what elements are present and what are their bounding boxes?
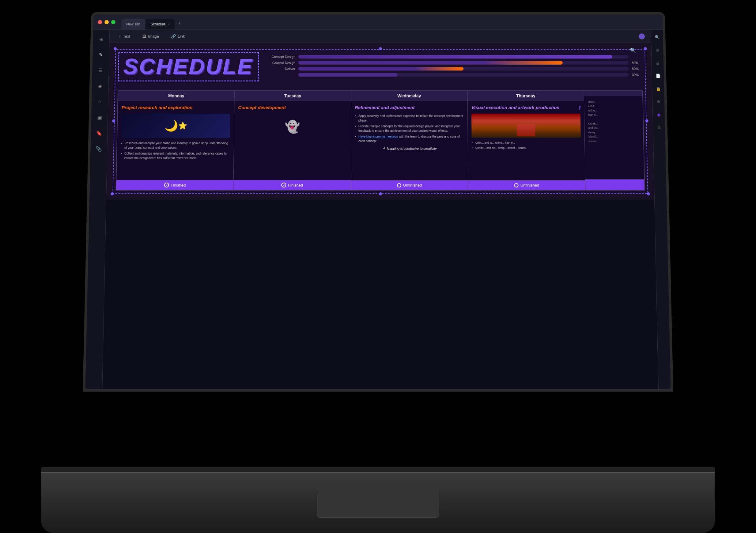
wednesday-quote: ✦Napping is conducive to creativity — [355, 146, 464, 150]
thursday-bullets: Utilin... and to... refine... high-e... … — [472, 141, 581, 150]
sidebar-icon-attach[interactable]: 📎 — [94, 144, 104, 154]
sidebar-icon-image[interactable]: ▣ — [94, 112, 104, 122]
thursday-status: Unfinished — [468, 180, 585, 190]
wednesday-bullet-3: Have brainstorming meetings with the tea… — [355, 134, 464, 143]
schedule-selection: SCHEDULE Concept Design — [112, 49, 648, 194]
wednesday-content: Refinement and adjustment Apply creativi… — [351, 101, 468, 180]
wednesday-bullet-2: Provide multiple concepts for the requir… — [355, 124, 464, 133]
rs-circle-icon[interactable]: ◉ — [654, 110, 663, 119]
tab-schedule-label: Schedule — [150, 22, 166, 26]
laptop-container: New Tab Schedule × + ⊞ ✎ ☰ ◈ ⌂ — [0, 0, 756, 533]
image-label: Image — [148, 34, 159, 39]
monday-task-title: Project research and exploration — [122, 104, 231, 110]
monday-content: Project research and exploration 🌙 ⭐ Res… — [117, 101, 234, 180]
tab-schedule[interactable]: Schedule × — [146, 19, 175, 30]
progress-graphic-design: Graphic Design 80% — [268, 61, 642, 65]
progress-bar-bg-4 — [298, 73, 629, 77]
rs-search-icon[interactable]: 🔍 — [653, 33, 662, 41]
progress-bar-bg-1 — [298, 55, 629, 59]
handle-mr — [645, 120, 648, 122]
wednesday-header: Wednesday — [351, 91, 467, 101]
tab-add-button[interactable]: + — [175, 19, 183, 28]
fifth-content: Utilin...and t...refine...high-e... Cond… — [584, 96, 644, 179]
thursday-column: Thursday Visual execution and artwork pr… — [468, 91, 586, 190]
handle-br — [647, 192, 650, 196]
monday-column: Monday Project research and exploration … — [117, 91, 235, 190]
handle-tr — [644, 47, 647, 50]
tuesday-status-check: ✓ — [281, 183, 286, 187]
progress-label-3: Deliver — [268, 67, 295, 71]
thursday-status-check — [514, 183, 519, 187]
sidebar-icon-home[interactable]: ⌂ — [95, 97, 105, 107]
monday-bullets: Research and analyze your brand and indu… — [121, 141, 230, 160]
app-area: ⊞ ✎ ☰ ◈ ⌂ ▣ 🔖 📎 T Text — [85, 30, 670, 389]
wednesday-status-check — [397, 183, 401, 187]
thursday-task-title: Visual execution and artwork production — [472, 104, 580, 110]
sidebar-icon-edit[interactable]: ✎ — [96, 50, 106, 60]
tab-bar: New Tab Schedule × + — [121, 14, 183, 30]
progress-extra: 30% — [268, 73, 642, 77]
schedule-header: SCHEDULE Concept Design — [118, 52, 643, 86]
progress-bar-fill-4 — [298, 73, 397, 77]
progress-label-2: Graphic Design — [268, 61, 295, 65]
monday-status-check: ✓ — [164, 183, 169, 187]
rs-print-icon[interactable]: 🖨 — [653, 59, 662, 67]
minimize-button[interactable] — [104, 20, 109, 24]
fifth-col-text: Utilin...and t...refine...high-e... Cond… — [588, 100, 639, 143]
tuesday-status-label: Finished — [288, 183, 303, 187]
wednesday-bullet-1: Apply creativity and professional expert… — [355, 114, 464, 123]
canvas-scroll[interactable]: SCHEDULE Concept Design — [102, 43, 658, 389]
thursday-bullet-2: Condu... and on... desig... identif... i… — [472, 146, 581, 150]
text-tool-button[interactable]: T Text — [116, 33, 134, 40]
text-label: Text — [123, 34, 130, 39]
star-emoji: ⭐ — [178, 121, 187, 130]
rs-settings-icon[interactable]: ⚙ — [654, 97, 662, 106]
sidebar-icon-shapes[interactable]: ◈ — [95, 81, 105, 91]
titlebar: New Tab Schedule × + — [93, 14, 663, 30]
progress-bar-bg-3 — [298, 67, 629, 71]
tab-close-icon[interactable]: × — [168, 23, 170, 26]
progress-deliver: Deliver 50% — [268, 67, 643, 71]
rs-lock-icon[interactable]: 🔒 — [654, 85, 662, 93]
search-icon[interactable]: 🔍 — [630, 47, 636, 53]
tab-new-tab[interactable]: New Tab — [121, 19, 145, 30]
progress-concept-design: Concept Design — [268, 55, 642, 59]
progress-bar-fill-2 — [298, 61, 563, 65]
tuesday-content: Concept development 👻 — [234, 101, 351, 180]
rs-monitor-icon[interactable]: 🖥 — [655, 123, 663, 132]
close-button[interactable] — [98, 20, 102, 24]
progress-pct-4: 30% — [632, 73, 643, 77]
fifth-status — [585, 179, 644, 190]
link-tool-button[interactable]: 🔗 Link — [168, 33, 188, 40]
brainstorming-link[interactable]: Have brainstorming meetings — [358, 135, 398, 138]
trackpad[interactable] — [317, 487, 439, 518]
progress-pct-2: 80% — [632, 61, 642, 65]
fifth-header — [584, 91, 642, 96]
sidebar-icon-layers[interactable]: ☰ — [95, 66, 105, 75]
screen-inner: New Tab Schedule × + ⊞ ✎ ☰ ◈ ⌂ — [85, 14, 670, 389]
tuesday-task-title: Concept development — [238, 104, 347, 110]
schedule-canvas: SCHEDULE Concept Design — [106, 43, 654, 200]
progress-bar-bg-2 — [298, 61, 629, 65]
laptop-base — [41, 472, 715, 533]
handle-tm — [379, 47, 382, 50]
thursday-title-wrapper: Visual execution and artwork production … — [472, 104, 580, 110]
tuesday-ghost: 👻 — [238, 114, 347, 140]
days-grid: Monday Project research and exploration … — [116, 90, 645, 191]
sidebar-icon-bookmark[interactable]: 🔖 — [94, 128, 104, 138]
monday-image: 🌙 ⭐ — [121, 114, 231, 138]
monday-bullet-2: Collect and organize relevant materials,… — [121, 151, 230, 160]
maximize-button[interactable] — [111, 20, 116, 24]
monday-status-label: Finished — [171, 183, 186, 187]
sidebar-icon-grid[interactable]: ⊞ — [96, 34, 106, 44]
rs-grid-icon[interactable]: ⊞ — [653, 46, 662, 54]
laptop-screen: New Tab Schedule × + ⊞ ✎ ☰ ◈ ⌂ — [83, 12, 673, 392]
image-tool-button[interactable]: 🖼 Image — [139, 33, 162, 40]
arrow-icon: ↗ — [576, 104, 583, 112]
wednesday-task-title: Refinement and adjustment — [355, 104, 464, 110]
traffic-lights — [98, 20, 116, 24]
rs-file-icon[interactable]: 📄 — [654, 71, 662, 80]
progress-section: Concept Design Graphic Desig — [268, 52, 643, 79]
thursday-status-label: Unfinished — [521, 183, 539, 187]
thursday-header: Thursday — [468, 91, 584, 101]
